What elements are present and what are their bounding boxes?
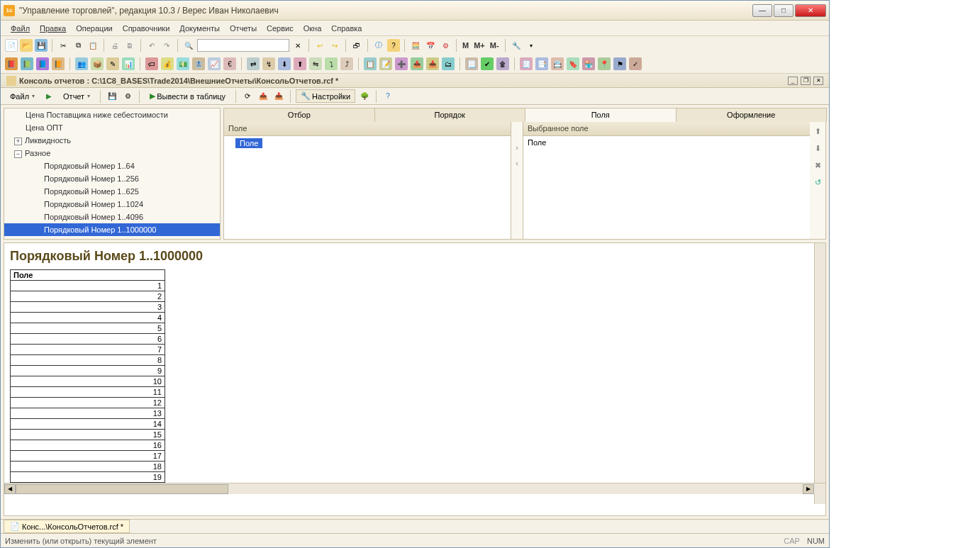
undo-icon[interactable]: ↶ xyxy=(145,39,158,52)
collapse-icon[interactable]: − xyxy=(14,150,22,158)
sub-settings-button[interactable]: 🔧Настройки xyxy=(296,89,355,103)
tb2-icon[interactable]: ⬇ xyxy=(278,57,291,70)
sub-refresh-icon[interactable]: ⟳ xyxy=(241,90,254,103)
tb2-icon[interactable]: 📊 xyxy=(122,57,135,70)
available-list[interactable]: Поле xyxy=(224,136,511,239)
tree-item[interactable]: Порядковый Номер 1..1024 xyxy=(4,198,220,211)
tb2-icon[interactable]: 📃 xyxy=(465,57,478,70)
table-row[interactable]: 12 xyxy=(11,398,165,408)
tb2-icon[interactable]: 🏪 xyxy=(582,57,595,70)
sub-import-icon[interactable]: 📥 xyxy=(272,90,285,103)
tree-panel[interactable]: Цена Поставщика ниже себестоимости Цена … xyxy=(4,108,221,240)
tb2-icon[interactable]: 📘 xyxy=(36,57,49,70)
reset-button[interactable]: ↺ xyxy=(811,176,824,189)
move-down-button[interactable]: ⬇ xyxy=(811,142,824,155)
tb2-icon[interactable]: 📈 xyxy=(208,57,221,70)
tb2-icon[interactable]: 📇 xyxy=(551,57,564,70)
field-item[interactable]: Поле xyxy=(525,138,808,147)
expand-icon[interactable]: + xyxy=(14,138,22,145)
tb2-icon[interactable]: 💰 xyxy=(161,57,174,70)
tb2-icon[interactable]: 📑 xyxy=(535,57,548,70)
tb2-icon[interactable]: 📦 xyxy=(91,57,104,70)
table-row[interactable]: 9 xyxy=(11,366,165,376)
tb2-icon[interactable]: ⚑ xyxy=(613,57,626,70)
scroll-thumb[interactable] xyxy=(16,484,228,494)
menu-file[interactable]: Файл xyxy=(6,23,34,34)
tb2-icon[interactable]: ⤴ xyxy=(340,57,353,70)
sub-minimize-button[interactable]: _ xyxy=(788,77,798,85)
calc-icon[interactable]: 🧮 xyxy=(409,39,422,52)
calendar-icon[interactable]: 📅 xyxy=(424,39,437,52)
tab-filter[interactable]: Отбор xyxy=(223,108,375,122)
tb2-icon[interactable]: 🗑 xyxy=(496,57,509,70)
tb2-icon[interactable]: 💵 xyxy=(177,57,189,70)
sub-restore-button[interactable]: ❐ xyxy=(801,77,811,85)
table-row[interactable]: 10 xyxy=(11,376,165,387)
open-icon[interactable]: 📂 xyxy=(20,39,33,52)
move-right-button[interactable]: › xyxy=(516,143,518,152)
tree-item[interactable]: Порядковый Номер 1..4096 xyxy=(4,211,220,223)
dropdown-icon[interactable]: ▾ xyxy=(525,39,538,52)
delete-button[interactable]: ✖ xyxy=(811,159,824,172)
tb2-icon[interactable]: ↯ xyxy=(262,57,275,70)
new-icon[interactable]: 📄 xyxy=(5,39,18,52)
sub-close-button[interactable]: ✕ xyxy=(813,77,823,85)
info-icon[interactable]: ⓘ xyxy=(372,39,385,52)
redo-icon[interactable]: ↷ xyxy=(160,39,173,52)
menu-help[interactable]: Справка xyxy=(327,23,366,34)
tool-icon[interactable]: ⚙ xyxy=(439,39,452,52)
maximize-button[interactable]: □ xyxy=(774,4,794,17)
table-row[interactable]: 6 xyxy=(11,334,165,345)
vertical-scrollbar[interactable] xyxy=(814,243,825,504)
table-row[interactable]: 17 xyxy=(11,451,165,462)
tb2-icon[interactable]: € xyxy=(223,57,236,70)
table-row[interactable]: 7 xyxy=(11,345,165,355)
menu-operations[interactable]: Операции xyxy=(72,23,116,34)
tree-item[interactable]: Цена ОПТ xyxy=(4,121,220,134)
menu-documents[interactable]: Документы xyxy=(175,23,224,34)
table-row[interactable]: 4 xyxy=(11,313,165,323)
tree-item[interactable]: Порядковый Номер 1..625 xyxy=(4,185,220,198)
tb2-icon[interactable]: ✓ xyxy=(629,57,642,70)
print-icon[interactable]: 🖨 xyxy=(108,39,121,52)
tree-item[interactable]: Цена Поставщика ниже себестоимости xyxy=(4,108,220,121)
search-icon[interactable]: 🔍 xyxy=(182,39,195,52)
table-row[interactable]: 1 xyxy=(11,281,165,291)
tb2-icon[interactable]: 📤 xyxy=(411,57,423,70)
tb2-icon[interactable]: 📕 xyxy=(5,57,18,70)
sub-cog-icon[interactable]: ⚙ xyxy=(121,90,134,103)
table-row[interactable]: 18 xyxy=(11,462,165,472)
table-row[interactable]: 2 xyxy=(11,291,165,302)
tb2-icon[interactable]: ✔ xyxy=(481,57,494,70)
tb2-icon[interactable]: ⬆ xyxy=(294,57,306,70)
sub-play-icon[interactable]: ▶ xyxy=(43,90,55,103)
report-output[interactable]: Порядковый Номер 1..1000000 Поле 1 2 3 4… xyxy=(4,242,826,516)
tb2-icon[interactable]: 👥 xyxy=(75,57,88,70)
paste-icon[interactable]: 📋 xyxy=(87,39,99,52)
tb2-icon[interactable]: 🧾 xyxy=(520,57,533,70)
scroll-left-icon[interactable]: ◀ xyxy=(4,484,16,494)
menu-catalogs[interactable]: Справочники xyxy=(118,23,174,34)
table-row[interactable]: 3 xyxy=(11,302,165,313)
tb2-icon[interactable]: ⇋ xyxy=(309,57,322,70)
tree-item[interactable]: +Ликвидность xyxy=(4,134,220,147)
search-input[interactable] xyxy=(197,39,289,52)
tab-fields[interactable]: Поля xyxy=(525,108,676,122)
table-row[interactable]: 14 xyxy=(11,419,165,430)
tb2-icon[interactable]: 📥 xyxy=(426,57,439,70)
tab-format[interactable]: Оформление xyxy=(676,108,828,122)
tb2-icon[interactable]: 📙 xyxy=(52,57,65,70)
tab-order[interactable]: Порядок xyxy=(374,108,526,122)
copy-icon[interactable]: ⧉ xyxy=(72,39,84,52)
tree-item[interactable]: Порядковый Номер 1..64 xyxy=(4,160,220,172)
table-row[interactable]: 16 xyxy=(11,440,165,451)
tree-item-selected[interactable]: Порядковый Номер 1..1000000 xyxy=(4,223,220,236)
sub-tree-icon[interactable]: 🌳 xyxy=(358,90,371,103)
tb2-icon[interactable]: 🔖 xyxy=(567,57,579,70)
sub-save-icon[interactable]: 💾 xyxy=(106,90,118,103)
menu-service[interactable]: Сервис xyxy=(262,23,298,34)
sub-output-button[interactable]: ▶Вывести в таблицу xyxy=(145,89,230,103)
tb2-icon[interactable]: 📋 xyxy=(364,57,377,70)
menu-windows[interactable]: Окна xyxy=(299,23,326,34)
table-row[interactable]: 5 xyxy=(11,323,165,334)
